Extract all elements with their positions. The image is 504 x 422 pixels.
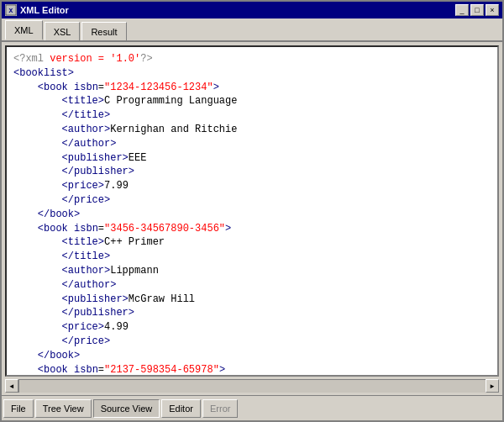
error-button[interactable]: Error [202, 399, 238, 418]
xml-line: <publisher>McGraw Hill [13, 293, 195, 305]
minimize-button[interactable]: _ [455, 4, 469, 16]
xml-line: </book> [13, 350, 80, 361]
xml-line: </author> [13, 138, 116, 150]
tabs-bar: XML XSL Result [2, 18, 502, 42]
title-bar-left: X XML Editor [5, 4, 69, 16]
window-title: XML Editor [20, 5, 69, 15]
editor-button[interactable]: Editor [161, 399, 201, 418]
tab-xsl[interactable]: XSL [45, 22, 81, 40]
file-button[interactable]: File [3, 399, 34, 418]
horizontal-scrollbar: ◄ ► [5, 378, 499, 393]
scroll-left-button[interactable]: ◄ [5, 379, 18, 393]
xml-line: </publisher> [13, 166, 134, 177]
source-view-button[interactable]: Source View [93, 399, 160, 418]
content-area: <?xml version = '1.0'?> <booklist> <book… [5, 45, 499, 377]
xml-line: <publisher>EEE [13, 152, 146, 164]
xml-line: <price>7.99 [13, 180, 129, 192]
tree-view-button[interactable]: Tree View [35, 399, 92, 418]
xml-line: <book isbn="2137-598354-65978"> [13, 364, 225, 375]
main-window: X XML Editor _ □ × XML XSL Result <?xml … [0, 0, 504, 422]
xml-line: </title> [13, 251, 110, 262]
xml-pi: <?xml version = '1.0'?> [13, 53, 153, 65]
svg-text:X: X [9, 7, 13, 14]
xml-line: <author>Kernighan and Ritchie [13, 124, 237, 135]
xml-line: </author> [13, 279, 116, 291]
scroll-track[interactable] [18, 379, 486, 393]
xml-line: <book isbn="1234-123456-1234"> [13, 82, 219, 93]
title-bar: X XML Editor _ □ × [2, 2, 502, 18]
xml-line: </price> [13, 194, 110, 206]
xml-line: <book isbn="3456-34567890-3456"> [13, 223, 231, 235]
bottom-toolbar: File Tree View Source View Editor Error [2, 395, 502, 420]
xml-line: </title> [13, 109, 110, 121]
xml-line: </publisher> [13, 307, 134, 319]
close-button[interactable]: × [486, 4, 499, 16]
scroll-right-button[interactable]: ► [486, 379, 499, 393]
xml-line: <author>Lippmann [13, 265, 159, 277]
xml-line: </book> [13, 208, 80, 220]
maximize-button[interactable]: □ [470, 4, 484, 16]
tab-xml[interactable]: XML [5, 20, 43, 40]
xml-line: <title>C Programming Language [13, 95, 237, 107]
xml-line: <price>4.99 [13, 321, 129, 333]
xml-editor[interactable]: <?xml version = '1.0'?> <booklist> <book… [7, 47, 497, 375]
xml-line: </price> [13, 335, 110, 347]
title-buttons: _ □ × [455, 4, 499, 16]
xml-line: <booklist> [13, 67, 74, 79]
xml-line: <title>C++ Primer [13, 236, 165, 248]
tab-result[interactable]: Result [81, 22, 126, 40]
app-icon: X [5, 4, 17, 16]
